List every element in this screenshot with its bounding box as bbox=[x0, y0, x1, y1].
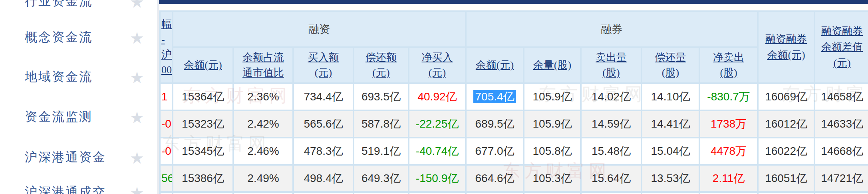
table-row: 5615386亿2.49%498.4亿649.3亿-150.9亿664.6亿10… bbox=[161, 166, 868, 191]
table-cell: 15.64亿 bbox=[582, 166, 641, 191]
table-panel: 东方财富网 东方财富网 东方财富网 东方财富网 东方财富网 幅 -沪 00 融资… bbox=[159, 0, 868, 194]
table-row: 115364亿2.36%734.4亿693.5亿40.92亿705.4亿105.… bbox=[161, 84, 868, 110]
table-cell: 519.1亿 bbox=[354, 138, 408, 164]
top-accent-bar bbox=[159, 0, 868, 4]
table-cell: 705.4亿 bbox=[467, 84, 523, 110]
sort-link[interactable]: 偿还量 (股) bbox=[655, 52, 686, 78]
table-cell: 2.36% bbox=[234, 84, 292, 110]
star-icon[interactable]: ★ bbox=[130, 184, 144, 194]
table-cell: -830.7万 bbox=[700, 84, 757, 110]
sidebar-item-hk-connect-turnover[interactable]: 沪深港通成交 ★ bbox=[0, 183, 157, 194]
sidebar-item-label: 行业资金流 bbox=[25, 0, 93, 10]
table-cell: 15364亿 bbox=[173, 84, 232, 110]
table-cell: 16069亿 bbox=[759, 84, 814, 110]
sidebar-item-concept-fund-flow[interactable]: 概念资金流 ★ bbox=[0, 28, 157, 46]
sort-link[interactable]: 融资融券 余额(元) bbox=[765, 33, 807, 61]
cell-change-clipped: -0 bbox=[161, 138, 172, 164]
table-cell: 105.8亿 bbox=[524, 138, 580, 164]
cell-change-clipped: -0 bbox=[161, 111, 172, 137]
table-cell: 40.92亿 bbox=[409, 84, 465, 110]
sort-link[interactable]: 偿还额 (元) bbox=[365, 52, 397, 78]
sort-link[interactable]: 余量(股) bbox=[533, 59, 571, 71]
table-cell: 13.53亿 bbox=[642, 166, 699, 191]
col-header-margin-balance-diff: 融资融券 余额差值 (元) bbox=[815, 12, 868, 82]
sidebar-item-label: 地域资金流 bbox=[25, 68, 93, 86]
selected-text-highlight: 705.4亿 bbox=[473, 90, 516, 103]
table-cell: 1738万 bbox=[700, 111, 757, 137]
table-row: -015345亿2.46%478.3亿519.1亿-40.74亿677.0亿10… bbox=[161, 138, 868, 164]
group-header-short-selling: 融券 bbox=[467, 12, 757, 46]
sidebar-item-fund-flow-monitor[interactable]: 资金流监测 ★ bbox=[0, 108, 157, 126]
star-icon[interactable]: ★ bbox=[130, 69, 144, 86]
sidebar-item-label: 沪深港通成交 bbox=[25, 183, 106, 194]
table-cell: 2.49% bbox=[234, 166, 292, 191]
sidebar-item-label: 概念资金流 bbox=[25, 28, 93, 46]
table-cell: -150.9亿 bbox=[409, 166, 465, 191]
star-icon[interactable]: ★ bbox=[130, 109, 144, 126]
sort-link[interactable]: 卖出量 (股) bbox=[596, 52, 627, 78]
table-cell: 4478万 bbox=[700, 138, 757, 164]
group-header-financing: 融资 bbox=[173, 12, 465, 46]
table-cell: 2.11亿 bbox=[700, 166, 757, 191]
sidebar-menu: 行业资金流 ★ 概念资金流 ★ 地域资金流 ★ 资金流监测 ★ 沪深港通资金 ★… bbox=[0, 0, 159, 194]
table-cell: 14.41亿 bbox=[642, 111, 699, 137]
col-header-fin-balance-ratio: 余额占流 通市值比 bbox=[234, 48, 292, 82]
sort-link[interactable]: 净买入 (元) bbox=[422, 52, 453, 78]
table-cell: 15386亿 bbox=[173, 166, 232, 191]
col-header-net-sell: 净卖出 (股) bbox=[700, 48, 757, 82]
table-cell: 15.48亿 bbox=[582, 138, 641, 164]
col-header-margin-total-balance: 融资融券 余额(元) bbox=[759, 12, 814, 82]
sidebar-item-label: 沪深港通资金 bbox=[25, 148, 106, 166]
sort-link[interactable]: 余额(元) bbox=[476, 59, 514, 71]
table-cell: 14.59亿 bbox=[582, 111, 641, 137]
table-cell: 14.02亿 bbox=[582, 84, 641, 110]
sidebar-item-hk-connect-funds[interactable]: 沪深港通资金 ★ bbox=[0, 148, 157, 166]
table-cell: 105.9亿 bbox=[524, 84, 580, 110]
star-icon[interactable]: ★ bbox=[130, 149, 144, 167]
table-cell: 734.4亿 bbox=[294, 84, 353, 110]
table-cell: 14658亿 bbox=[815, 84, 868, 110]
table-cell: 677.0亿 bbox=[467, 138, 523, 164]
sort-link[interactable]: 余额占流 通市值比 bbox=[242, 52, 284, 78]
table-cell: 105.3亿 bbox=[524, 166, 580, 191]
table-cell: 14668亿 bbox=[815, 138, 868, 164]
table-cell: 14633亿 bbox=[815, 111, 868, 137]
table-row: -015323亿2.42%565.6亿587.8亿-22.25亿689.5亿10… bbox=[161, 111, 868, 137]
sort-link[interactable]: 买入额 (元) bbox=[308, 52, 339, 78]
table-cell: 14.10亿 bbox=[642, 84, 699, 110]
table-cell: 498.4亿 bbox=[294, 166, 353, 191]
table-cell: 15345亿 bbox=[173, 138, 232, 164]
table-cell: 14721亿 bbox=[815, 166, 868, 191]
sidebar-item-industry-fund-flow[interactable]: 行业资金流 ★ bbox=[0, 0, 157, 10]
page: 东方财富网 东方财富网 东方财富网 东方财富网 东方财富网 幅 -沪 00 融资… bbox=[0, 0, 868, 194]
star-icon[interactable]: ★ bbox=[130, 0, 144, 11]
table-cell: 16012亿 bbox=[759, 111, 814, 137]
table-cell: 565.6亿 bbox=[294, 111, 353, 137]
table-cell: 587.8亿 bbox=[354, 111, 408, 137]
sort-link[interactable]: 余额(元) bbox=[184, 59, 222, 71]
star-icon[interactable]: ★ bbox=[130, 29, 144, 47]
table-cell: 2.42% bbox=[234, 111, 292, 137]
table-cell: 16022亿 bbox=[759, 138, 814, 164]
col-header-sell-volume: 卖出量 (股) bbox=[582, 48, 641, 82]
margin-trading-table: 幅 -沪 00 融资 融券 融资融券 余额(元) 融资融券 余额差值 (元) 余… bbox=[159, 10, 868, 194]
col-header-fin-balance: 余额(元) bbox=[173, 48, 232, 82]
table-cell: 689.5亿 bbox=[467, 111, 523, 137]
sidebar-item-label: 资金流监测 bbox=[25, 108, 93, 126]
col-header-net-buy: 净买入 (元) bbox=[409, 48, 465, 82]
sort-link[interactable]: 净卖出 (股) bbox=[713, 52, 744, 78]
table-cell: 478.3亿 bbox=[294, 138, 353, 164]
sort-link[interactable]: 幅 -沪 00 bbox=[161, 18, 172, 76]
table-cell: -22.25亿 bbox=[409, 111, 465, 137]
table-cell: 2.46% bbox=[234, 138, 292, 164]
col-header-change-clipped: 幅 -沪 00 bbox=[161, 12, 172, 82]
table-cell: 16051亿 bbox=[759, 166, 814, 191]
table-cell: 15323亿 bbox=[173, 111, 232, 137]
col-header-short-repay-volume: 偿还量 (股) bbox=[642, 48, 699, 82]
sidebar-item-region-fund-flow[interactable]: 地域资金流 ★ bbox=[0, 68, 157, 86]
col-header-short-volume: 余量(股) bbox=[524, 48, 580, 82]
sort-link[interactable]: 融资融券 余额差值 (元) bbox=[821, 25, 863, 69]
col-header-short-balance: 余额(元) bbox=[467, 48, 523, 82]
table-cell: 105.9亿 bbox=[524, 111, 580, 137]
cell-change-clipped: 56 bbox=[161, 166, 172, 191]
